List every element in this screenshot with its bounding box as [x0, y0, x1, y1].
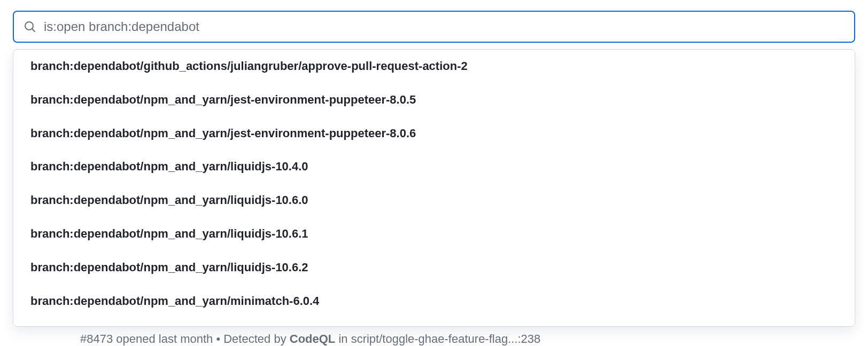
search-input[interactable]	[44, 19, 844, 34]
suggestion-item[interactable]: branch:dependabot/npm_and_yarn/minimatch…	[13, 285, 855, 318]
search-icon	[24, 20, 36, 33]
search-suggestions-dropdown[interactable]: branch:dependabot/github_actions/juliang…	[13, 49, 855, 327]
suggestion-item[interactable]: branch:dependabot/npm_and_yarn/jest-envi…	[13, 83, 855, 117]
suggestion-item[interactable]: branch:dependabot/npm_and_yarn/jest-envi…	[13, 117, 855, 151]
search-input-wrapper[interactable]	[13, 11, 855, 43]
dropdown-spacer	[13, 318, 855, 327]
issue-detector-name: CodeQL	[290, 332, 336, 345]
suggestion-item[interactable]: branch:dependabot/npm_and_yarn/liquidjs-…	[13, 184, 855, 217]
issue-meta-suffix: in script/toggle-ghae-feature-flag...:23…	[335, 332, 540, 345]
background-issue-meta: #8473 opened last month • Detected by Co…	[80, 332, 540, 346]
svg-line-1	[32, 29, 35, 32]
search-container: branch:dependabot/github_actions/juliang…	[13, 11, 855, 43]
suggestion-item[interactable]: branch:dependabot/github_actions/juliang…	[13, 50, 855, 83]
suggestion-item[interactable]: branch:dependabot/npm_and_yarn/liquidjs-…	[13, 251, 855, 285]
suggestion-item[interactable]: branch:dependabot/npm_and_yarn/liquidjs-…	[13, 150, 855, 184]
issue-meta-prefix: #8473 opened last month • Detected by	[80, 332, 290, 345]
suggestion-item[interactable]: branch:dependabot/npm_and_yarn/liquidjs-…	[13, 217, 855, 251]
